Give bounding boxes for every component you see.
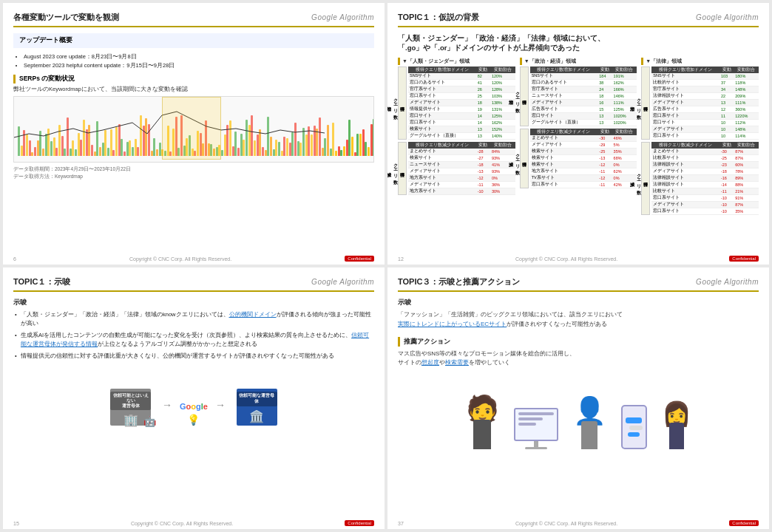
illust-screen: [514, 375, 558, 449]
slide3-bullet-2: 生成系AIを活用したコンテンツの自動生成が可能になった変化を受け（次頁参照）、よ…: [13, 331, 374, 349]
chart-line-svg: [14, 100, 332, 156]
slide2-footer: 12 Copyright © CNC Corp. All Rights Rese…: [387, 256, 769, 262]
chart-bar-group: [368, 119, 374, 156]
slide2-brand: Google Algorithm: [696, 13, 759, 21]
slide4-highlight-3: 検索需要: [445, 359, 469, 366]
illust-person2: 👤: [573, 375, 606, 449]
table1-label: ▼「人類・ジェンダー」領域: [398, 58, 515, 65]
bullet-2: September 2023 helpful content update：9月…: [24, 61, 374, 70]
illust-person3: 👩: [662, 375, 691, 449]
slide2-subtitle: 「人類・ジェンダー」「政治・経済」「法律」領域において、 「.go」や「.or」…: [398, 33, 759, 53]
slide2-confidential: Confidential: [729, 256, 759, 262]
slide3-confidential: Confidential: [345, 520, 374, 526]
slide4-header: TOPIC３：示唆と推薦アクション Google Algorithm: [398, 276, 759, 292]
slide1-page: 6: [13, 256, 16, 262]
table2-lose: 獲得クエリ数減少ドメイン変動変動割合 まとめサイト-3046% メディアサイト-…: [530, 129, 637, 188]
chart-bar: [356, 134, 359, 156]
chart-bar: [373, 119, 374, 156]
slide-1: 各種変動ツールで変動を観測 Google Algorithm アップデート概要 …: [3, 3, 385, 265]
slide2-title: TOPIC１：仮説の背景: [398, 12, 479, 23]
table2-label: ▼「政治・経済」領域: [520, 58, 637, 65]
slide4-title: TOPIC３：示唆と推薦アクション: [398, 276, 520, 287]
arrow-1: →: [162, 399, 172, 411]
slide4-page: 37: [398, 521, 404, 526]
slide3-bullet-1: 「人類・ジェンダー」「政治・経済」「法律」領域のknowクエリにおいては、公的機…: [13, 310, 374, 328]
slide4-shisa-text: 「ファッション」「生活雑貨」のビッグクエリ領域においては、該当クエリにおいて 実…: [398, 310, 759, 330]
slide4-brand: Google Algorithm: [696, 278, 759, 286]
slide3-copyright: Copyright © CNC Corp. All Rights Reserve…: [131, 521, 233, 526]
slide3-illustration: 信頼可能とはいえない運営母体 🏢 🤖 → Google 💡 → 信頼可能な運営母…: [13, 366, 374, 426]
slide3-shisa-title: 示唆: [13, 298, 374, 307]
slide3-footer: 15 Copyright © CNC Corp. All Rights Rese…: [3, 520, 385, 526]
slide1-footer: 6 Copyright © CNC Corp. All Rights Reser…: [3, 256, 385, 262]
illust-google: Google 💡: [180, 402, 208, 426]
illust-unreliable: 信頼可能とはいえない運営母体 🏢 🤖: [106, 381, 155, 426]
slide1-title: 各種変動ツールで変動を観測: [13, 12, 119, 23]
chart-bar-group: [335, 146, 342, 156]
arrow-2: →: [215, 399, 226, 411]
chart-bar: [332, 123, 334, 156]
chart-bar: [335, 151, 337, 156]
slide4-highlight: 実際にトレンドに上がっているECサイト: [398, 321, 507, 327]
domain-tables-row: ▼「人類・ジェンダー」領域 獲得クエリ数増加 獲得クエリ数増加ドメイン変動変動割…: [398, 58, 759, 215]
slide3-title: TOPIC１：示唆: [13, 276, 70, 287]
serp-desc: 弊社ツールのKeywordmapにおいて、当該期間に大きな変動を確認: [13, 86, 374, 93]
chart-bar: [348, 120, 351, 156]
slide4-suisho-desc: マス広告やSNS等の様々なプロモーション媒体を総合的に活用し、 サイトの想起度や…: [398, 349, 759, 369]
domain-table-3: ▼「法律」領域 獲得クエリ数増加 獲得クエリ数増加ドメイン変動変動割合 SNSサ…: [641, 58, 759, 215]
table1-gain: 獲得クエリ数増加ドメイン変動変動割合 SNSサイト82120% 窓口のあるサイト…: [408, 66, 515, 140]
slide4-highlight-2: 想起度: [421, 359, 439, 366]
slide3-header: TOPIC１：示唆 Google Algorithm: [13, 276, 374, 292]
table3-lose: 獲得クエリ数減少ドメイン変動変動割合 まとめサイト-3087% 比較系サイト-2…: [651, 142, 759, 215]
slide3-bullet-3: 情報提供元の信頼性に対する評価比重が大きくなり、公的機関が運営するサイトが評価さ…: [13, 352, 374, 361]
slide2-header: TOPIC１：仮説の背景 Google Algorithm: [398, 12, 759, 27]
slide4-footer: 37 Copyright © CNC Corp. All Rights Rese…: [387, 520, 769, 526]
chart-bar: [351, 137, 353, 156]
serp-chart: // Render bars inline via JS after DOM: [13, 96, 374, 163]
serp-title: SERPs の変動状況: [13, 75, 374, 83]
slide4-confidential: Confidential: [729, 520, 759, 526]
link-kouki-kikan: 公的機関ドメイン: [229, 311, 277, 318]
chart-bar: [340, 150, 342, 156]
link-shinrai-joho: 信頼可能な運営母体が発信する情報: [21, 332, 369, 347]
data-note-2: データ取得方法：Keywordmap: [13, 173, 374, 180]
chart-bar: [359, 134, 362, 156]
section1-label: アップデート概要: [19, 36, 72, 44]
table3-label: ▼「法律」領域: [641, 58, 759, 65]
chart-bar-group: [351, 134, 359, 156]
chart-bar-group: [359, 129, 367, 156]
slide3-brand: Google Algorithm: [311, 278, 374, 286]
slide1-header: 各種変動ツールで変動を観測 Google Algorithm: [13, 12, 374, 27]
chart-bar: [343, 146, 345, 156]
slide1-brand: Google Algorithm: [311, 13, 374, 21]
slide4-copyright: Copyright © CNC Corp. All Rights Reserve…: [515, 521, 617, 526]
slide-4: TOPIC３：示唆と推薦アクション Google Algorithm 示唆 「フ…: [387, 267, 769, 529]
domain-table-2: ▼「政治・経済」領域 獲得クエリ数増加 獲得クエリ数増加ドメイン変動変動割合 S…: [520, 58, 637, 215]
slide1-section1: アップデート概要: [13, 33, 374, 48]
slide1-confidential: Confidential: [345, 256, 374, 262]
slide4-suisho-title: 推薦アクション: [398, 337, 759, 347]
chart-bar-group: [343, 120, 351, 156]
illust-phone: [621, 375, 647, 449]
bullet-1: August 2023 core update：8月23日〜9月8日: [24, 52, 374, 61]
slide4-shisa-title: 示唆: [398, 298, 759, 307]
table1-lose: 獲得クエリ数減少ドメイン変動変動割合 まとめサイト-2884% 検索サイト-27…: [408, 142, 515, 195]
slide2-copyright: Copyright © CNC Corp. All Rights Reserve…: [515, 256, 617, 262]
slide3-page: 15: [13, 521, 19, 526]
illust-reliable: 信頼可能な運営母体 🏛️: [233, 381, 281, 426]
table3-gain: 獲得クエリ数増加ドメイン変動変動割合 SNSサイト103180% 比較的サイト3…: [651, 66, 759, 140]
slide4-illustration: 🧑 👤 👩: [398, 375, 759, 449]
chart-bar: [368, 147, 370, 156]
slide2-page: 12: [398, 256, 404, 262]
data-note-1: データ取得期間：2023年4月29日〜2023年10月22日: [13, 166, 374, 173]
slide1-bullets: August 2023 core update：8月23日〜9月8日 Septe…: [13, 52, 374, 70]
domain-table-1: ▼「人類・ジェンダー」領域 獲得クエリ数増加 獲得クエリ数増加ドメイン変動変動割…: [398, 58, 515, 215]
slide-3: TOPIC１：示唆 Google Algorithm 示唆 「人類・ジェンダー」…: [3, 267, 385, 529]
slide-2: TOPIC１：仮説の背景 Google Algorithm 「人類・ジェンダー」…: [387, 3, 769, 265]
chart-bar: [365, 142, 367, 156]
illust-person1: 🧑: [466, 375, 499, 449]
table2-gain: 獲得クエリ数増加ドメイン変動変動割合 SNSサイト184191% 窓口のあるサイ…: [530, 66, 637, 126]
slide1-copyright: Copyright © CNC Corp. All Rights Reserve…: [129, 256, 231, 262]
